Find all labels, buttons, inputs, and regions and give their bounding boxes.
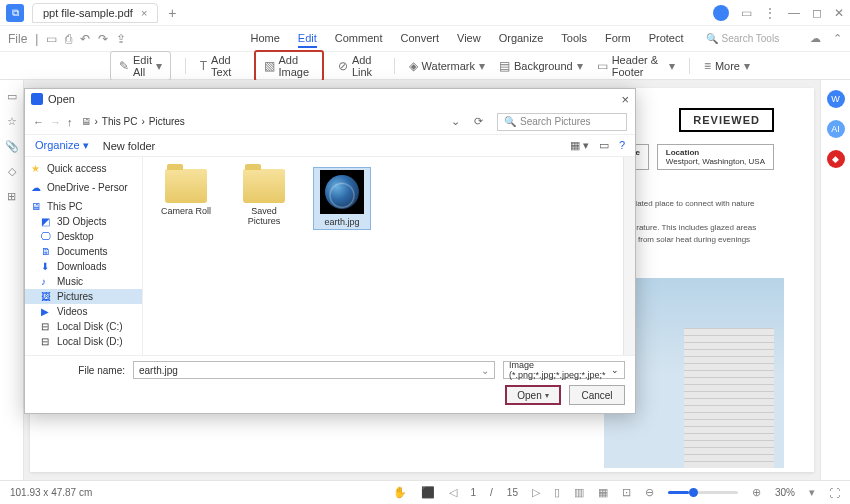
menu-protect[interactable]: Protect [649, 30, 684, 48]
pencil-icon: ✎ [119, 59, 129, 73]
minimize-icon[interactable]: — [788, 6, 800, 20]
two-page-icon[interactable]: ▦ [598, 486, 608, 499]
open-button[interactable]: Open▾ [505, 385, 561, 405]
text-icon: T [200, 59, 207, 73]
cloud-icon[interactable]: ☁ [810, 32, 821, 45]
thumbnails-icon[interactable]: ▭ [7, 90, 17, 103]
menu-view[interactable]: View [457, 30, 481, 48]
bookmarks-icon[interactable]: ☆ [7, 115, 17, 128]
dialog-body: ★Quick access ☁OneDrive - Persor 🖥This P… [25, 157, 635, 355]
folder-tree[interactable]: ★Quick access ☁OneDrive - Persor 🖥This P… [25, 157, 143, 355]
continuous-icon[interactable]: ▥ [574, 486, 584, 499]
preview-pane-icon[interactable]: ▭ [599, 139, 609, 152]
menu-tools[interactable]: Tools [561, 30, 587, 48]
separator [185, 58, 186, 74]
more-button[interactable]: ≡More▾ [704, 59, 750, 73]
header-icon: ▭ [597, 59, 608, 73]
reading-mode-icon[interactable]: ⬛ [421, 486, 435, 499]
breadcrumb-dropdown-icon[interactable]: ⌄ [451, 115, 460, 128]
user-avatar[interactable] [713, 5, 729, 21]
new-tab-button[interactable]: + [168, 5, 176, 21]
fullscreen-icon[interactable]: ⛶ [829, 487, 840, 499]
chevron-down-icon: ▾ [479, 59, 485, 73]
folder-icon [243, 169, 285, 203]
attachments-icon[interactable]: 📎 [5, 140, 19, 153]
add-image-button[interactable]: ▧Add Image [254, 50, 324, 82]
chevron-down-icon: ▾ [744, 59, 750, 73]
watermark-button[interactable]: ◈Watermark▾ [409, 59, 485, 73]
filename-label: File name: [35, 365, 125, 376]
edit-all-button[interactable]: ✎Edit All▾ [110, 51, 171, 81]
hand-tool-icon[interactable]: ✋ [393, 486, 407, 499]
file-list[interactable]: Camera Roll Saved Pictures earth.jpg [143, 157, 623, 355]
share-icon[interactable]: ⇪ [116, 32, 126, 46]
folder-camera-roll[interactable]: Camera Roll [157, 167, 215, 218]
close-tab-icon[interactable]: × [141, 7, 147, 19]
new-folder-button[interactable]: New folder [103, 140, 156, 152]
pdf-icon[interactable]: ◆ [827, 150, 845, 168]
image-thumbnail [320, 170, 364, 214]
add-text-button[interactable]: TAdd Text [200, 54, 240, 78]
ai-icon[interactable]: AI [827, 120, 845, 138]
filename-input[interactable]: earth.jpg⌄ [133, 361, 495, 379]
zoom-level[interactable]: 30% [775, 487, 795, 498]
menu-organize[interactable]: Organize [499, 30, 544, 48]
zoom-slider[interactable] [668, 491, 738, 494]
view-mode-icon[interactable]: ▦ ▾ [570, 139, 589, 152]
single-page-icon[interactable]: ▯ [554, 486, 560, 499]
chevron-down-icon: ▾ [669, 59, 675, 73]
help-icon[interactable]: ? [619, 139, 625, 152]
save-icon[interactable]: ▭ [46, 32, 57, 46]
next-page-icon[interactable]: ▷ [532, 486, 540, 499]
more-icon: ≡ [704, 59, 711, 73]
up-icon[interactable]: ↑ [67, 116, 73, 128]
titlebar: ⧉ ppt file-sample.pdf × + ▭ ⋮ — ◻ ✕ [0, 0, 850, 26]
folder-saved-pictures[interactable]: Saved Pictures [235, 167, 293, 228]
tree-item-pictures: 🖼Pictures [25, 289, 142, 304]
file-menu[interactable]: File [8, 32, 27, 46]
header-footer-button[interactable]: ▭Header & Footer▾ [597, 54, 676, 78]
zoom-in-icon[interactable]: ⊕ [752, 486, 761, 499]
menu-edit[interactable]: Edit [298, 30, 317, 48]
app-menu-icon[interactable]: ▭ [741, 6, 752, 20]
file-earth-jpg[interactable]: earth.jpg [313, 167, 371, 230]
dialog-search[interactable]: 🔍 Search Pictures [497, 113, 627, 131]
document-tab[interactable]: ppt file-sample.pdf × [32, 3, 158, 23]
menu-home[interactable]: Home [250, 30, 279, 48]
dialog-icon [31, 93, 43, 105]
menu-comment[interactable]: Comment [335, 30, 383, 48]
breadcrumb[interactable]: 🖥 › This PC › Pictures [81, 116, 444, 127]
maximize-icon[interactable]: ◻ [812, 6, 822, 20]
page-current[interactable]: 1 [471, 487, 477, 498]
dialog-close-icon[interactable]: × [621, 92, 629, 107]
cancel-button[interactable]: Cancel [569, 385, 625, 405]
search-tools[interactable]: 🔍 Search Tools [706, 33, 780, 44]
chevron-down-icon[interactable]: ▾ [809, 486, 815, 499]
forward-icon[interactable]: → [50, 116, 61, 128]
menu-form[interactable]: Form [605, 30, 631, 48]
fit-width-icon[interactable]: ⊡ [622, 486, 631, 499]
zoom-out-icon[interactable]: ⊖ [645, 486, 654, 499]
dialog-titlebar: Open × [25, 89, 635, 109]
reviewed-stamp: REVIEWED [679, 108, 774, 132]
scrollbar[interactable] [623, 157, 635, 355]
organize-menu[interactable]: Organize ▾ [35, 139, 89, 152]
menu-convert[interactable]: Convert [400, 30, 439, 48]
close-icon[interactable]: ✕ [834, 6, 844, 20]
word-export-icon[interactable]: W [827, 90, 845, 108]
background-button[interactable]: ▤Background▾ [499, 59, 583, 73]
add-link-button[interactable]: ⊘Add Link [338, 54, 380, 78]
search-panel-icon[interactable]: ◇ [8, 165, 16, 178]
undo-icon[interactable]: ↶ [80, 32, 90, 46]
main-menu: Home Edit Comment Convert View Organize … [250, 30, 683, 48]
collapse-icon[interactable]: ⌃ [833, 32, 842, 45]
refresh-icon[interactable]: ⟳ [474, 115, 483, 128]
layers-icon[interactable]: ⊞ [7, 190, 16, 203]
back-icon[interactable]: ← [33, 116, 44, 128]
filetype-select[interactable]: Image (*.png;*.jpg;*.jpeg;*.jpe;*⌄ [503, 361, 625, 379]
print-icon[interactable]: ⎙ [65, 32, 72, 46]
kebab-icon[interactable]: ⋮ [764, 6, 776, 20]
prev-page-icon[interactable]: ◁ [449, 486, 457, 499]
redo-icon[interactable]: ↷ [98, 32, 108, 46]
search-icon: 🔍 [706, 33, 718, 44]
